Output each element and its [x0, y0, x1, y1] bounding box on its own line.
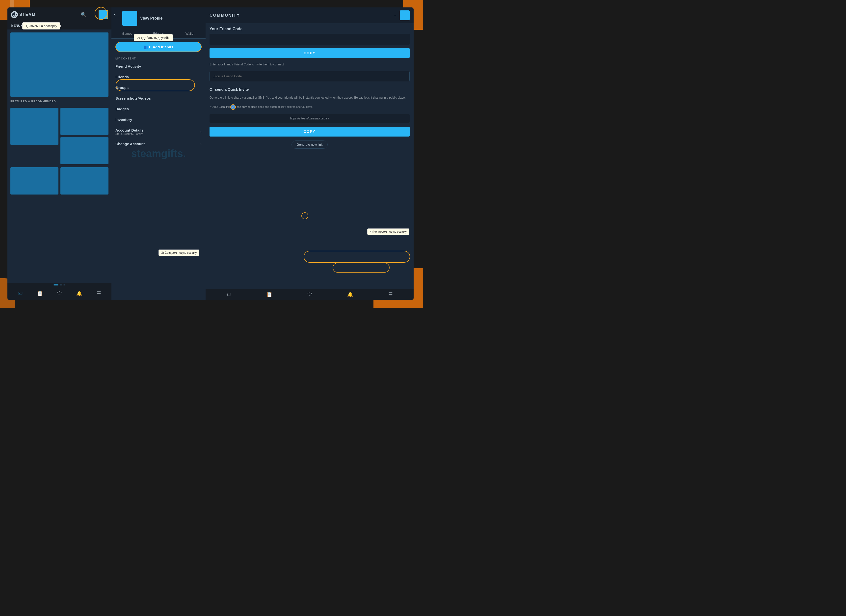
menu-item-badges[interactable]: Badges [112, 104, 206, 114]
community-panel: COMMUNITY ⋮ Your Friend Code COPY Enter … [206, 7, 414, 300]
menu-item-groups[interactable]: Groups [112, 82, 206, 93]
add-friends-button[interactable]: 👥+ Add friends [115, 42, 201, 52]
user-profile-header: View Profile [112, 7, 206, 29]
checkmark-icon: ✓ [230, 104, 236, 110]
featured-section-label: FEATURED & RECOMMENDED [10, 100, 109, 103]
menu-item-inventory[interactable]: Inventory [112, 114, 206, 125]
annotation-step2: 2) «Добавить друзей» [134, 34, 173, 41]
chevron-right-icon: › [200, 130, 201, 134]
friend-code-title: Your Friend Code [210, 27, 410, 31]
search-button[interactable]: 🔍 [80, 11, 87, 18]
featured-item-4[interactable] [10, 167, 59, 194]
bottom-nav-menu[interactable]: ☰ [95, 290, 103, 297]
watermark: steamgifts. [131, 148, 186, 160]
svg-point-1 [13, 15, 14, 16]
rb-nav-notifications[interactable]: 🔔 [347, 291, 353, 297]
user-avatar[interactable] [98, 10, 108, 19]
quick-invite-description: Generate a link to share via email or SM… [210, 96, 410, 100]
community-content: Your Friend Code COPY Enter your friend'… [206, 23, 414, 289]
user-profile-avatar [122, 11, 137, 26]
featured-banner [10, 32, 109, 97]
community-title: COMMUNITY [210, 13, 390, 18]
pagination-dot [63, 284, 65, 285]
bottom-nav-shield[interactable]: 🛡 [55, 290, 64, 297]
rb-nav-menu[interactable]: ☰ [388, 291, 393, 297]
tab-wallet[interactable]: Wallet [174, 29, 206, 38]
annotation-step4: 4) Копируем новую ссылку [367, 228, 409, 235]
steam-title: STEAM [19, 12, 36, 17]
community-header: COMMUNITY ⋮ [206, 7, 414, 23]
menu-item-account-details[interactable]: Account Details Store, Security, Family … [112, 125, 206, 138]
pagination-dot-active [53, 284, 59, 285]
quick-invite-note: NOTE: Each link ✓ can only be used once … [210, 104, 410, 110]
community-more-button[interactable]: ⋮ [393, 13, 397, 18]
featured-item-5[interactable] [60, 167, 109, 194]
bottom-nav-library[interactable]: 📋 [35, 290, 45, 297]
menu-item-screenshots[interactable]: Screenshots/Videos [112, 93, 206, 104]
quick-invite-title: Or send a Quick Invite [210, 87, 410, 91]
menu-item-friend-activity[interactable]: Friend Activity [112, 61, 206, 72]
more-options-button[interactable]: ⋮ [90, 11, 96, 18]
steam-header: STEAM 🔍 ⋮ [7, 7, 112, 22]
main-wrapper: STEAM 🔍 ⋮ 1) Жмем на аватарку MENU ▾ WIS… [7, 7, 414, 300]
steam-content-area: FEATURED & RECOMMENDED [7, 29, 112, 283]
generate-new-link-button[interactable]: Generate new link [291, 141, 328, 148]
menu-item-friends[interactable]: Friends [112, 72, 206, 82]
chevron-right-icon-2: › [200, 142, 201, 146]
steam-logo: STEAM [11, 11, 36, 18]
content-menu-list: Friend Activity Friends Groups Screensho… [112, 61, 206, 149]
copy-invite-link-button[interactable]: COPY [210, 126, 410, 137]
nav-menu[interactable]: MENU ▾ [11, 24, 22, 28]
back-button[interactable]: ‹ [114, 12, 116, 17]
steam-icon [11, 11, 18, 18]
annotation-step1: 1) Жмем на аватарку [22, 22, 60, 29]
menu-item-change-account[interactable]: Change Account › [112, 138, 206, 149]
steam-app-panel: STEAM 🔍 ⋮ 1) Жмем на аватарку MENU ▾ WIS… [7, 7, 112, 300]
friend-code-input[interactable] [210, 71, 410, 81]
view-profile-button[interactable]: View Profile [140, 16, 163, 21]
invite-link-display: https://s.team/p/ваша/ссылка [210, 114, 410, 123]
user-menu-panel: ‹ View Profile 2) «Добавить друзей» Game… [112, 7, 206, 300]
friend-code-display [210, 34, 410, 45]
community-user-avatar [400, 10, 410, 20]
copy-friend-code-button[interactable]: COPY [210, 48, 410, 58]
my-content-label: MY CONTENT [112, 55, 206, 61]
rb-nav-store[interactable]: 🏷 [226, 292, 231, 297]
rb-nav-library[interactable]: 📋 [266, 291, 272, 297]
pagination-dot [60, 284, 62, 285]
featured-bottom-row [10, 167, 109, 194]
featured-item-2[interactable] [60, 108, 109, 135]
bottom-nav-notifications[interactable]: 🔔 [74, 290, 84, 297]
panels-container: STEAM 🔍 ⋮ 1) Жмем на аватарку MENU ▾ WIS… [7, 7, 414, 300]
bottom-navigation: 🏷 📋 🛡 🔔 ☰ [7, 287, 112, 300]
featured-item-3[interactable] [60, 137, 109, 164]
featured-item-1[interactable] [10, 108, 59, 145]
annotation-step3: 3) Создаем новую ссылку [159, 250, 199, 256]
featured-grid [10, 108, 109, 164]
friend-code-helper: Enter your friend's Friend Code to invit… [210, 62, 410, 67]
community-bottom-nav: 🏷 📋 🛡 🔔 ☰ [206, 289, 414, 300]
add-friends-icon: 👥+ [144, 45, 151, 49]
bottom-nav-store[interactable]: 🏷 [16, 290, 25, 297]
rb-nav-shield[interactable]: 🛡 [307, 292, 312, 297]
